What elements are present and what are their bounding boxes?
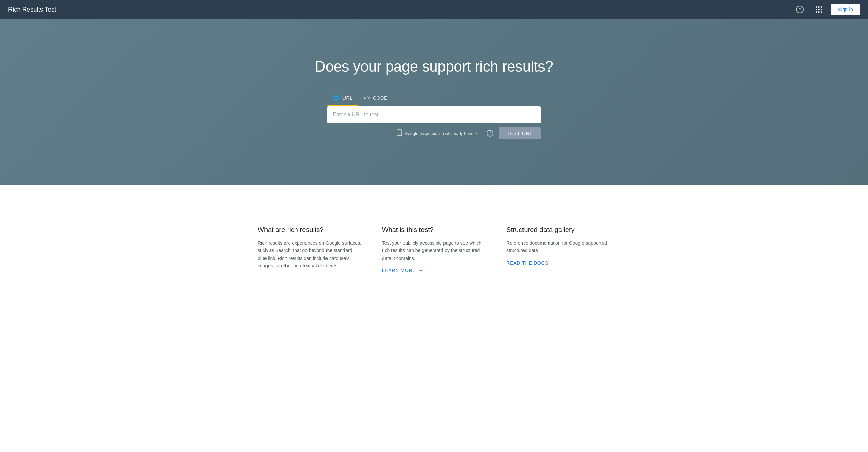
- learn-more-label: LEARN MORE: [382, 268, 416, 273]
- search-container: 🌐 URL <> CODE Google Inspection To: [327, 91, 541, 139]
- device-help-icon: ?: [487, 130, 493, 137]
- app-title: Rich Results Test: [8, 6, 56, 13]
- tab-code[interactable]: <> CODE: [358, 91, 393, 106]
- gallery-title: Structured data gallery: [506, 226, 610, 234]
- chevron-down-icon: ▾: [476, 131, 478, 136]
- help-button[interactable]: ?: [793, 3, 807, 16]
- smartphone-icon: [397, 129, 402, 137]
- tab-bar: 🌐 URL <> CODE: [327, 91, 541, 106]
- gallery-desc: Reference documentation for Google-suppo…: [506, 239, 610, 255]
- header-right: ? Sign in: [793, 3, 860, 16]
- read-the-docs-label: READ THE DOCS: [506, 260, 548, 266]
- info-card-gallery: Structured data gallery Reference docume…: [506, 226, 610, 274]
- hero-title: Does your page support rich results?: [315, 58, 553, 75]
- rich-results-title: What are rich results?: [258, 226, 362, 234]
- header-left: Rich Results Test: [8, 6, 56, 13]
- apps-button[interactable]: [812, 3, 826, 16]
- info-cards-container: What are rich results? Rich results are …: [231, 206, 637, 301]
- read-the-docs-link[interactable]: READ THE DOCS →: [506, 260, 610, 266]
- code-icon: <>: [363, 95, 370, 101]
- hero-section: Does your page support rich results? 🌐 U…: [0, 19, 868, 185]
- learn-more-link[interactable]: LEARN MORE →: [382, 267, 486, 274]
- controls-row: Google Inspection Tool smartphone ▾ ? TE…: [327, 127, 541, 139]
- url-input-wrapper: [327, 106, 541, 123]
- learn-more-arrow-icon: →: [418, 267, 423, 274]
- this-test-title: What is this test?: [382, 226, 486, 234]
- device-help-button[interactable]: ?: [485, 129, 495, 138]
- svg-point-1: [399, 135, 400, 135]
- url-input[interactable]: [330, 108, 538, 122]
- device-label: Google Inspection Tool smartphone: [404, 131, 473, 136]
- sign-in-button[interactable]: Sign in: [831, 4, 860, 15]
- rich-results-desc: Rich results are experiences on Google s…: [258, 239, 362, 270]
- test-url-button[interactable]: TEST URL: [499, 127, 541, 139]
- tab-url-label: URL: [342, 95, 353, 101]
- info-card-this-test: What is this test? Test your publicly ac…: [382, 226, 486, 274]
- header: Rich Results Test ? Sign in: [0, 0, 868, 19]
- info-section: What are rich results? Rich results are …: [0, 185, 868, 321]
- device-selector[interactable]: Google Inspection Tool smartphone ▾: [393, 127, 481, 139]
- apps-grid-icon: [814, 5, 823, 14]
- read-docs-arrow-icon: →: [550, 260, 556, 266]
- tab-code-label: CODE: [373, 95, 388, 101]
- this-test-desc: Test your publicly accessible page to se…: [382, 239, 486, 262]
- globe-icon: 🌐: [333, 95, 340, 101]
- tab-url[interactable]: 🌐 URL: [327, 91, 358, 106]
- info-card-rich-results: What are rich results? Rich results are …: [258, 226, 362, 274]
- help-icon: ?: [796, 6, 804, 13]
